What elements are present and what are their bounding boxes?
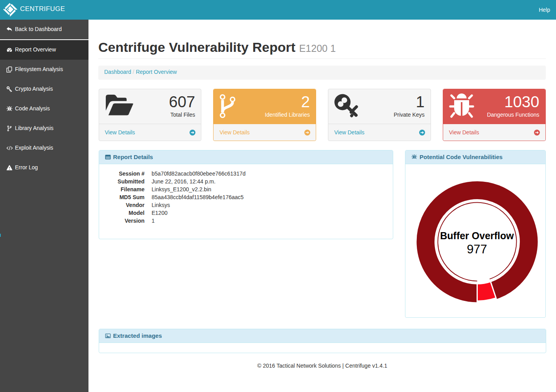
svg-text:Buffer Overflow: Buffer Overflow [440,230,514,241]
svg-text:977: 977 [467,242,487,256]
